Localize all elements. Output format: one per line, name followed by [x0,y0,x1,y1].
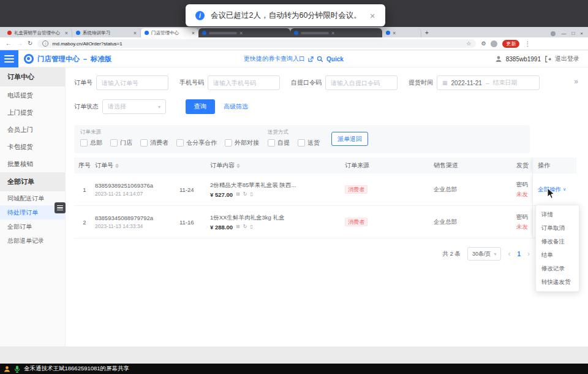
header-content[interactable]: 订单内容 [210,161,345,170]
browser-tab-6[interactable] [382,28,421,37]
new-tab-button[interactable] [425,29,429,36]
checkbox-warehouse-share[interactable]: 仓分享合作 [176,139,217,147]
search-button[interactable]: 查询 [186,99,215,114]
window-minimize-button[interactable] [561,31,566,36]
action-dropdown-menu: 详情 订单取消 修改备注 结单 修改记录 转快递发货 [535,205,579,292]
checkbox-label: 仓分享合作 [186,139,217,147]
browser-profile-icon[interactable] [551,31,556,36]
order-status-select[interactable]: 请选择 [102,99,166,114]
app-header: 门店管理中心 － 标准版 更快捷的券卡查询入口 Quick 8385wb1991… [0,50,588,67]
browser-tab-dark-2[interactable] [290,28,382,37]
order-time-text: 2023-11-13 14:33:34 [95,223,176,229]
tab-close-icon[interactable] [192,30,195,36]
sidebar-item-door-pickup[interactable]: 上门提货 [0,104,65,121]
reload-icon[interactable] [28,40,32,47]
sort-icon[interactable] [236,162,240,170]
checkbox-label: 外部对接 [235,139,259,147]
checkbox-hq[interactable]: 总部 [80,139,102,147]
sidebar-item-hq-return-records[interactable]: 总部退单记录 [0,234,65,248]
float-list-tool[interactable] [55,202,66,213]
order-no-text: 83859345088979792a [95,215,176,221]
prev-page-icon[interactable] [508,250,510,258]
menu-item-cancel-order[interactable]: 订单取消 [536,221,579,235]
order-no-input[interactable] [96,75,168,90]
tab-close-icon[interactable] [65,30,68,36]
toast-close-icon[interactable]: × [370,10,375,21]
logout-button[interactable]: 退出登录 [555,55,579,63]
browser-tab-active[interactable]: 门店管理中心 [141,28,198,37]
ship-status-line1: 密码 [516,213,532,221]
window-close-button[interactable] [580,31,583,36]
page-size-select[interactable]: 30条/页 [467,247,502,261]
product-name: 2份精品大枣85苹果礼盒装 陕西... [210,181,341,189]
sidebar-item-all-orders[interactable]: 全部订单 [0,219,65,234]
window-maximize-button[interactable] [571,31,575,36]
next-page-icon[interactable] [527,250,530,258]
sidebar-item-card-pickup[interactable]: 卡包提货 [0,138,65,155]
checkbox-icon [110,139,118,147]
menu-item-detail[interactable]: 详情 [536,208,579,221]
tab-close-icon[interactable] [239,30,243,36]
tab-close-icon[interactable] [393,30,396,36]
search-icon [317,56,323,63]
cell-order-no: 83859345088979792a 2023-11-13 14:33:34 [95,215,179,229]
bookmark-star-icon[interactable] [466,40,471,47]
cell-ship-status: 密码 未发 [516,181,532,199]
extensions-icon[interactable] [481,40,486,47]
tab-title: 礼盒营销平台管理中心 [14,30,62,36]
sidebar-item-member-visit[interactable]: 会员上门 [0,121,65,138]
sidebar-item-phone-pickup[interactable]: 电话提货 [0,86,65,104]
quick-search-link[interactable]: Quick [326,56,344,63]
sidebar-section-all-orders[interactable]: 全部订单 [0,172,65,191]
checkbox-self-pickup[interactable]: 自提 [268,139,290,147]
sidebar-section-order-center[interactable]: 订单中心 [0,67,65,86]
forward-icon[interactable] [17,40,23,47]
main-content: 订单号 手机号码 自提口令码 提货时间 2022-11-21 – 结束日期 [66,67,588,346]
update-button[interactable]: 更新 [502,40,519,48]
sort-icon[interactable] [115,162,119,170]
header-order-no[interactable]: 订单号 [95,161,179,170]
menu-item-switch-express[interactable]: 转快递发货 [536,275,579,289]
browser-tab-2[interactable]: 系统培训学习 [72,28,141,37]
menu-item-change-log[interactable]: 修改记录 [536,262,579,275]
site-info-icon[interactable] [42,40,48,47]
total-count: 共 2 条 [442,250,461,258]
checkbox-consumer[interactable]: 消费者 [140,139,168,147]
menu-toggle-button[interactable] [0,50,18,67]
url-bar[interactable]: rnd.maboy.cn/AllOrder?status=1 [37,39,476,48]
advanced-filter-link[interactable]: 高级筛选 [224,102,248,111]
browser-tab-1[interactable]: 礼盒营销平台管理中心 [4,28,72,37]
coupon-query-link[interactable]: 更快捷的券卡查询入口 [244,55,305,63]
page-1-button[interactable]: 1 [517,251,521,258]
table-row[interactable]: 1 83859389251069376a 2023-11-21 14:14:07… [74,174,576,206]
back-icon[interactable] [6,40,12,47]
phone-input[interactable] [208,75,280,90]
browser-tab-dark-1[interactable] [198,28,290,37]
tab-close-icon[interactable] [331,30,334,36]
source-tag: 消费者 [345,185,368,194]
header-channel: 销售渠道 [434,161,516,170]
sidebar-item-batch-writeoff[interactable]: 批量核销 [0,155,65,172]
checkbox-icon [80,139,88,147]
checkbox-delivery[interactable]: 送货 [298,139,320,147]
mouse-cursor [547,188,555,199]
tab-title-placeholder [301,32,329,34]
collapse-panel-icon[interactable] [574,77,578,86]
external-link-icon [308,56,314,62]
browser-menu-icon[interactable] [524,40,530,47]
dispatch-return-button[interactable]: 派单退回 [331,132,368,146]
header-action: 操作 [532,158,576,174]
menu-item-edit-remark[interactable]: 修改备注 [536,235,579,248]
pickup-date-range-picker[interactable]: 2022-11-21 – 结束日期 [437,75,540,90]
checkbox-store[interactable]: 门店 [110,139,132,147]
checkbox-label: 送货 [307,139,320,147]
checkbox-external[interactable]: 外部对接 [225,139,259,147]
tab-close-icon[interactable] [134,30,137,36]
table-row[interactable]: 2 83859345088979792a 2023-11-13 14:33:34… [74,206,576,239]
profile-avatar[interactable] [491,40,497,47]
checkbox-icon [225,139,232,147]
menu-item-settle[interactable]: 结单 [536,248,579,262]
header-source: 订单来源 [345,161,434,170]
toast-message: 会议已超过2人，自动转为60分钟限时会议。 [211,10,361,21]
pickup-code-input[interactable] [325,75,398,90]
